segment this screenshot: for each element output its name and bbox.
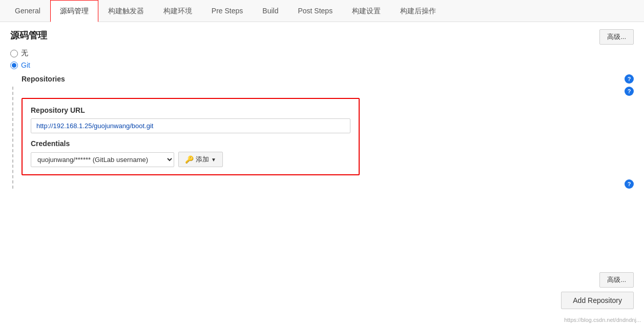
radio-none-input[interactable] xyxy=(10,50,18,57)
credentials-help-icon[interactable]: ? xyxy=(625,179,634,189)
radio-none-item[interactable]: 无 xyxy=(10,49,634,58)
repositories-label: Repositories xyxy=(22,75,65,83)
advanced-top-button[interactable]: 高级... xyxy=(599,29,634,45)
tab-source[interactable]: 源码管理 xyxy=(50,0,98,22)
dropdown-icon: ▼ xyxy=(211,157,216,162)
add-repository-button[interactable]: Add Repository xyxy=(561,292,634,309)
section-title: 源码管理 xyxy=(10,29,634,42)
tab-general[interactable]: General xyxy=(5,0,50,22)
top-right-area: 高级... xyxy=(599,29,634,45)
advanced-bottom-button[interactable]: 高级... xyxy=(599,272,634,288)
key-icon: 🔑 xyxy=(185,155,194,164)
main-content: 高级... 源码管理 无 Git Repositories ? ? Reposi… xyxy=(0,22,644,319)
repository-box: Repository URL Credentials - none - quoj… xyxy=(22,98,360,175)
radio-git-item[interactable]: Git xyxy=(10,61,634,69)
tab-settings[interactable]: 构建设置 xyxy=(342,0,390,22)
credentials-row: - none - quojunwang/****** (GitLab usern… xyxy=(31,152,350,167)
credentials-select[interactable]: - none - quojunwang/****** (GitLab usern… xyxy=(31,152,174,167)
add-button-label: 添加 xyxy=(196,155,209,164)
repository-url-input[interactable] xyxy=(31,118,350,133)
bottom-section: 高级... Add Repository xyxy=(561,272,634,309)
radio-git-label: Git xyxy=(21,61,30,69)
tab-postops[interactable]: 构建后操作 xyxy=(390,0,446,22)
credentials-label: Credentials xyxy=(31,139,350,148)
tab-env[interactable]: 构建环境 xyxy=(154,0,202,22)
dashed-section: ? Repository URL Credentials - none - qu… xyxy=(12,87,634,189)
url-help-icon[interactable]: ? xyxy=(625,87,634,96)
radio-git-input[interactable] xyxy=(10,62,18,69)
radio-group: 无 Git xyxy=(10,49,634,69)
add-credentials-button[interactable]: 🔑 添加 ▼ xyxy=(178,152,223,167)
tab-triggers[interactable]: 构建触发器 xyxy=(98,0,154,22)
tab-build[interactable]: Build xyxy=(253,0,288,22)
tab-presteps[interactable]: Pre Steps xyxy=(202,0,253,22)
radio-none-label: 无 xyxy=(21,49,28,58)
repositories-help-icon[interactable]: ? xyxy=(625,74,634,84)
watermark: https://blog.csdn.net/dndndnj... xyxy=(564,317,641,319)
tab-poststeps[interactable]: Post Steps xyxy=(288,0,342,22)
repo-url-label: Repository URL xyxy=(31,106,350,114)
tab-bar: General 源码管理 构建触发器 构建环境 Pre Steps Build … xyxy=(0,0,644,22)
